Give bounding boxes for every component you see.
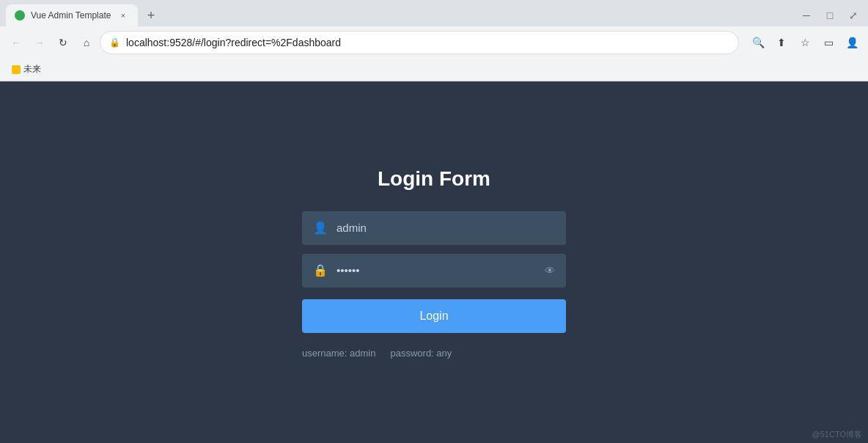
new-tab-button[interactable]: +: [141, 5, 161, 26]
hint-text: username: admin password: any: [302, 348, 566, 359]
home-button[interactable]: ⌂: [76, 32, 97, 53]
password-field-wrapper: 🔒 👁: [302, 254, 566, 288]
window-controls: ─ □ ⤢: [798, 7, 862, 24]
address-bar[interactable]: 🔒: [100, 31, 739, 54]
password-toggle-icon[interactable]: 👁: [545, 265, 555, 277]
username-hint: username: admin: [302, 348, 375, 359]
bookmark-icon[interactable]: ☆: [795, 32, 815, 53]
password-hint: password: any: [390, 348, 452, 359]
maximize-button[interactable]: □: [821, 7, 839, 24]
lock-icon: 🔒: [109, 37, 120, 48]
tab-close-button[interactable]: ×: [117, 10, 129, 21]
bookmarks-bar: 未来: [0, 59, 868, 81]
bookmark-favicon: [12, 65, 21, 74]
tab-title: Vue Admin Template: [31, 10, 111, 21]
browser-chrome: Vue Admin Template × + ─ □ ⤢ ← → ↻ ⌂ 🔒 🔍…: [0, 0, 868, 81]
username-field-wrapper: 👤: [302, 211, 566, 245]
forward-button[interactable]: →: [29, 32, 50, 53]
lens-icon[interactable]: 🔍: [748, 32, 768, 53]
bookmark-label: 未来: [23, 63, 41, 76]
address-input[interactable]: [126, 37, 729, 48]
watermark: @51CTO博客: [812, 429, 862, 440]
title-bar: Vue Admin Template × + ─ □ ⤢: [0, 0, 868, 26]
share-icon[interactable]: ⬆: [771, 32, 792, 53]
reload-button[interactable]: ↻: [53, 32, 73, 53]
profile-icon[interactable]: 👤: [842, 32, 862, 53]
browser-tab[interactable]: Vue Admin Template ×: [6, 4, 138, 26]
tab-favicon: [15, 10, 25, 21]
password-input[interactable]: [336, 264, 536, 277]
username-input[interactable]: [336, 222, 555, 234]
page-content: Login Form 👤 🔒 👁 Login username: admin p…: [0, 81, 868, 443]
login-button[interactable]: Login: [302, 299, 566, 333]
page-title: Login Form: [378, 167, 490, 191]
browser-toolbar: ← → ↻ ⌂ 🔒 🔍 ⬆ ☆ ▭ 👤: [0, 26, 868, 59]
password-lock-icon: 🔒: [313, 263, 328, 277]
user-icon: 👤: [313, 221, 328, 235]
login-form: 👤 🔒 👁 Login username: admin password: an…: [302, 211, 566, 359]
expand-button[interactable]: ⤢: [845, 7, 862, 24]
sidebar-toggle-button[interactable]: ▭: [818, 32, 839, 53]
toolbar-actions: 🔍 ⬆ ☆ ▭ 👤: [748, 32, 862, 53]
bookmark-item-future[interactable]: 未来: [6, 62, 47, 77]
back-button[interactable]: ←: [6, 32, 26, 53]
minimize-button[interactable]: ─: [798, 7, 815, 24]
